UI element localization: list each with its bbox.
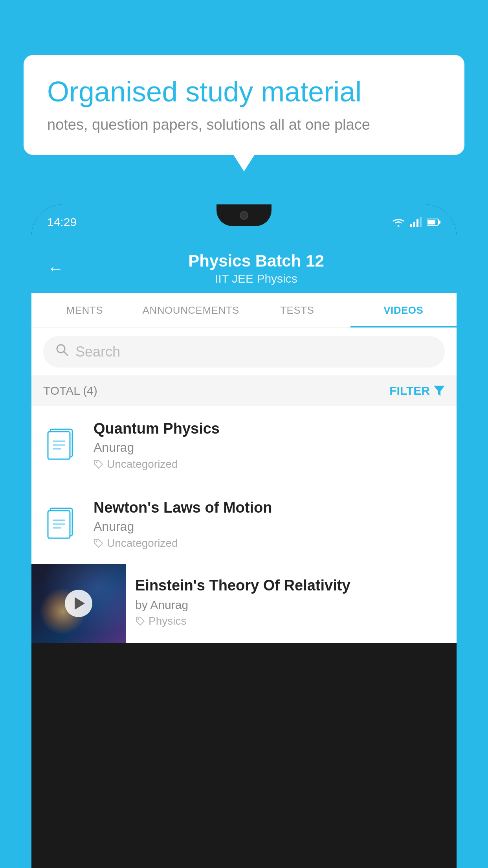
svg-point-15: [96, 462, 97, 463]
signal-icon: [410, 217, 422, 227]
video-tag: Physics: [135, 615, 449, 627]
svg-rect-6: [439, 221, 440, 224]
tag-label: Physics: [149, 615, 186, 627]
filter-icon: [434, 386, 445, 396]
search-container: Search: [31, 328, 457, 375]
video-list: Quantum Physics Anurag Uncategorized: [31, 406, 457, 643]
svg-rect-5: [427, 220, 435, 224]
app-header: ← Physics Batch 12 IIT JEE Physics: [31, 240, 457, 293]
svg-line-8: [64, 351, 68, 355]
svg-rect-2: [416, 219, 418, 227]
search-icon: [55, 343, 69, 360]
video-info: Quantum Physics Anurag Uncategorized: [94, 420, 445, 471]
tab-ments[interactable]: MENTS: [31, 293, 138, 327]
back-button[interactable]: ←: [47, 259, 64, 278]
notch: [216, 204, 272, 226]
play-button[interactable]: [65, 590, 92, 617]
status-icons: [391, 217, 441, 227]
wifi-icon: [391, 217, 405, 227]
status-time: 14:29: [47, 215, 77, 229]
speech-bubble: Organised study material notes, question…: [24, 55, 464, 155]
speech-bubble-subtext: notes, question papers, solutions all at…: [47, 116, 441, 133]
search-bar[interactable]: Search: [43, 336, 445, 368]
video-tag: Uncategorized: [94, 458, 445, 471]
list-item[interactable]: Einstein's Theory Of Relativity by Anura…: [31, 564, 457, 643]
speech-bubble-heading: Organised study material: [47, 75, 441, 108]
video-title: Newton's Laws of Motion: [94, 499, 445, 516]
filter-label: FILTER: [389, 384, 430, 397]
video-doc-icon: [43, 428, 83, 463]
tab-tests[interactable]: TESTS: [244, 293, 350, 327]
video-author: Anurag: [94, 519, 445, 534]
header-subtitle: IIT JEE Physics: [72, 272, 441, 285]
status-bar: 14:29: [31, 204, 457, 240]
tag-icon: [94, 538, 104, 548]
video-info: Einstein's Theory Of Relativity by Anura…: [126, 564, 457, 635]
filter-button[interactable]: FILTER: [389, 384, 445, 397]
tag-label: Uncategorized: [107, 458, 178, 471]
battery-icon: [427, 218, 441, 226]
speech-bubble-container: Organised study material notes, question…: [24, 55, 464, 155]
list-item[interactable]: Quantum Physics Anurag Uncategorized: [31, 406, 457, 485]
video-tag: Uncategorized: [94, 537, 445, 550]
play-triangle-icon: [75, 597, 85, 610]
filter-bar: TOTAL (4) FILTER: [31, 375, 457, 406]
video-thumbnail: [31, 564, 126, 643]
svg-point-21: [96, 541, 97, 542]
camera-dot: [240, 211, 248, 220]
header-title-group: Physics Batch 12 IIT JEE Physics: [72, 252, 441, 285]
svg-point-22: [138, 618, 139, 620]
video-title: Quantum Physics: [94, 420, 445, 437]
tag-icon: [94, 459, 104, 469]
video-author: by Anurag: [135, 598, 449, 612]
video-title: Einstein's Theory Of Relativity: [135, 576, 449, 595]
total-count: TOTAL (4): [43, 384, 97, 397]
video-doc-icon: [43, 507, 83, 542]
video-info: Newton's Laws of Motion Anurag Uncategor…: [94, 499, 445, 550]
tab-videos[interactable]: VIDEOS: [350, 293, 457, 327]
tag-label: Uncategorized: [107, 537, 178, 550]
tab-announcements[interactable]: ANNOUNCEMENTS: [138, 293, 244, 327]
svg-rect-1: [413, 222, 415, 227]
tag-icon: [135, 616, 145, 626]
svg-rect-3: [420, 217, 422, 227]
list-item[interactable]: Newton's Laws of Motion Anurag Uncategor…: [31, 485, 457, 564]
tab-bar: MENTS ANNOUNCEMENTS TESTS VIDEOS: [31, 293, 457, 328]
svg-marker-9: [434, 386, 445, 396]
svg-rect-0: [410, 224, 412, 227]
header-title: Physics Batch 12: [72, 252, 441, 270]
video-author: Anurag: [94, 440, 445, 455]
phone-frame: 14:29: [31, 204, 457, 868]
search-input-placeholder: Search: [75, 344, 120, 360]
